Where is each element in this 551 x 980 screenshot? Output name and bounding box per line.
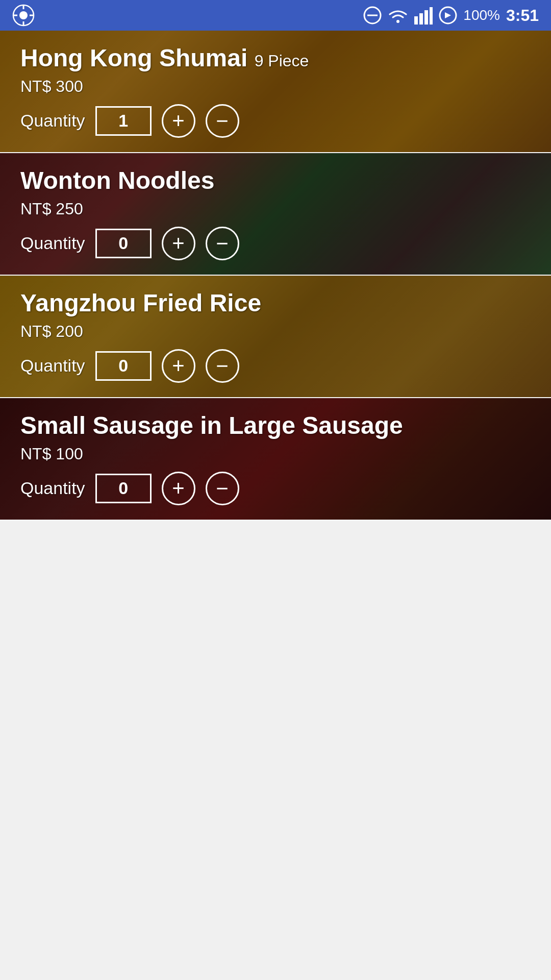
svg-rect-12 xyxy=(424,10,428,24)
menu-item-controls-shumai: Quantity 1 + − xyxy=(20,104,531,138)
menu-item-content-friedrice: Yangzhou Fried Rice NT$ 200 Quantity 0 +… xyxy=(0,278,551,395)
menu-item-price-friedrice: NT$ 200 xyxy=(20,322,531,341)
svg-rect-13 xyxy=(430,7,433,24)
menu-list: Hong Kong Shumai 9 Piece NT$ 300 Quantit… xyxy=(0,31,551,521)
menu-item-controls-sausage: Quantity 0 + − xyxy=(20,472,531,505)
status-bar-right: 100% 3:51 xyxy=(363,6,539,25)
menu-item-controls-friedrice: Quantity 0 + − xyxy=(20,349,531,383)
no-signal-icon xyxy=(363,6,382,24)
menu-item-friedrice: Yangzhou Fried Rice NT$ 200 Quantity 0 +… xyxy=(0,276,551,398)
svg-rect-10 xyxy=(414,16,418,24)
quantity-label-wonton: Quantity xyxy=(20,233,85,253)
signal-icon xyxy=(414,6,433,24)
quantity-display-friedrice: 0 xyxy=(95,351,152,381)
menu-item-price-shumai: NT$ 300 xyxy=(20,77,531,96)
quantity-decrease-btn-sausage[interactable]: − xyxy=(206,472,239,505)
quantity-decrease-btn-wonton[interactable]: − xyxy=(206,227,239,260)
quantity-display-wonton: 0 xyxy=(95,229,152,258)
status-bar: 100% 3:51 xyxy=(0,0,551,31)
quantity-label-sausage: Quantity xyxy=(20,478,85,498)
menu-item-content-sausage: Small Sausage in Large Sausage NT$ 100 Q… xyxy=(0,400,551,518)
quantity-increase-btn-shumai[interactable]: + xyxy=(162,104,195,138)
sync-icon xyxy=(439,6,457,24)
menu-item-name-wonton: Wonton Noodles xyxy=(20,167,531,194)
menu-item-price-sausage: NT$ 100 xyxy=(20,445,531,463)
quantity-increase-btn-friedrice[interactable]: + xyxy=(162,349,195,383)
app-icon xyxy=(12,4,35,27)
menu-item-shumai: Hong Kong Shumai 9 Piece NT$ 300 Quantit… xyxy=(0,31,551,153)
menu-item-price-wonton: NT$ 250 xyxy=(20,200,531,218)
menu-item-content-wonton: Wonton Noodles NT$ 250 Quantity 0 + − xyxy=(0,155,551,273)
svg-rect-11 xyxy=(419,13,423,24)
empty-area xyxy=(0,521,551,980)
menu-item-name-friedrice: Yangzhou Fried Rice xyxy=(20,290,531,317)
time-display: 3:51 xyxy=(506,6,539,25)
quantity-increase-btn-sausage[interactable]: + xyxy=(162,472,195,505)
wifi-icon xyxy=(388,6,408,24)
quantity-decrease-btn-shumai[interactable]: − xyxy=(206,104,239,138)
quantity-label-friedrice: Quantity xyxy=(20,356,85,376)
svg-point-9 xyxy=(396,20,399,23)
menu-item-sausage: Small Sausage in Large Sausage NT$ 100 Q… xyxy=(0,398,551,521)
menu-item-content-shumai: Hong Kong Shumai 9 Piece NT$ 300 Quantit… xyxy=(0,33,551,150)
menu-item-wonton: Wonton Noodles NT$ 250 Quantity 0 + − xyxy=(0,153,551,276)
menu-item-name-shumai: Hong Kong Shumai 9 Piece xyxy=(20,45,531,72)
quantity-display-shumai: 1 xyxy=(95,106,152,136)
quantity-display-sausage: 0 xyxy=(95,474,152,503)
battery-percent: 100% xyxy=(463,7,500,23)
quantity-increase-btn-wonton[interactable]: + xyxy=(162,227,195,260)
quantity-label-shumai: Quantity xyxy=(20,111,85,131)
svg-point-1 xyxy=(19,11,28,19)
menu-item-controls-wonton: Quantity 0 + − xyxy=(20,227,531,260)
menu-item-name-sausage: Small Sausage in Large Sausage xyxy=(20,412,531,439)
status-bar-left xyxy=(12,4,35,27)
quantity-decrease-btn-friedrice[interactable]: − xyxy=(206,349,239,383)
